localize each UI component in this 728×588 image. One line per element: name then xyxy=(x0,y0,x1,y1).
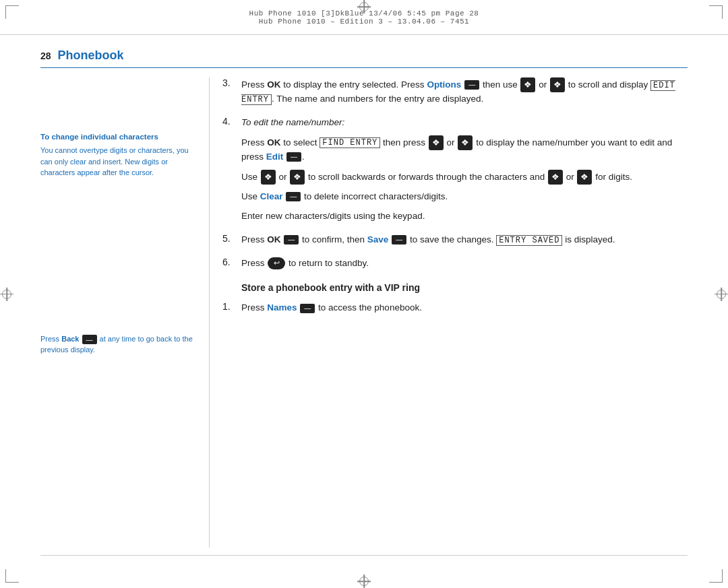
step3-options: Options xyxy=(427,79,461,90)
page-header: 28 Phonebook xyxy=(40,48,124,63)
vip-names: Names xyxy=(267,302,297,313)
sidebar-note-1-body: You cannot overtype digits or characters… xyxy=(40,145,195,178)
nav-up-btn-2 xyxy=(548,170,563,185)
clear-button xyxy=(286,192,301,201)
left-column: To change individual characters You cann… xyxy=(40,77,195,548)
vip-step-1-num: 1. xyxy=(222,301,237,312)
nav-down-btn-2 xyxy=(577,170,592,185)
main-rule xyxy=(40,67,688,68)
step3-ok: OK xyxy=(267,79,280,90)
step-6-content: Press to return to standby. xyxy=(241,257,688,271)
step-3-content: Press OK to display the entry selected. … xyxy=(241,77,688,106)
step-5-num: 5. xyxy=(222,233,237,244)
edit-button xyxy=(286,152,301,162)
step-4-num: 4. xyxy=(222,116,237,127)
main-content: 3. Press OK to display the entry selecte… xyxy=(222,77,688,548)
vert-rule xyxy=(209,77,210,548)
step-5: 5. Press OK to confirm, then Save to sav… xyxy=(222,233,688,247)
step4-italic: To edit the name/number: xyxy=(241,117,344,127)
save-button xyxy=(392,235,406,244)
crosshair-bottom xyxy=(357,575,371,588)
nav-down-btn xyxy=(550,77,565,92)
corner-mark-br xyxy=(709,569,723,583)
home-button xyxy=(268,257,285,269)
vip-step-1: 1. Press Names to access the phonebook. xyxy=(222,301,688,315)
nav-right-btn xyxy=(458,135,473,150)
step4-edit: Edit xyxy=(266,152,284,162)
bottom-rule xyxy=(40,555,688,556)
entry-saved-label: ENTRY SAVED xyxy=(496,235,562,246)
header-line1: Hub Phone 1010 [3]DkBlue 13/4/06 5:45 pm… xyxy=(249,9,479,18)
names-button xyxy=(300,304,315,313)
sidebar-note-1-title: To change individual characters xyxy=(40,131,195,142)
nav-left-btn-2 xyxy=(261,170,276,185)
step-3: 3. Press OK to display the entry selecte… xyxy=(222,77,688,106)
page-title: Phonebook xyxy=(58,48,124,63)
step-4: 4. To edit the name/number: Press OK to … xyxy=(222,116,688,224)
nav-up-btn xyxy=(520,77,535,92)
section-heading: Store a phonebook entry with a VIP ring xyxy=(241,282,688,293)
sidebar-note-2: Press Back at any time to go back to the… xyxy=(40,333,195,356)
step-5-content: Press OK to confirm, then Save to save t… xyxy=(241,233,688,247)
ok-button xyxy=(284,235,299,244)
header-line2: Hub Phone 1010 – Edition 3 – 13.04.06 – … xyxy=(259,18,469,26)
crosshair-left xyxy=(0,288,13,301)
nav-right-btn-2 xyxy=(290,170,305,185)
nav-left-btn xyxy=(429,135,444,150)
vip-step-1-content: Press Names to access the phonebook. xyxy=(241,301,688,315)
corner-mark-bl xyxy=(5,569,19,583)
options-button xyxy=(464,80,479,90)
step-3-num: 3. xyxy=(222,77,237,88)
header-area: Hub Phone 1010 [3]DkBlue 13/4/06 5:45 pm… xyxy=(0,0,728,35)
step-6-num: 6. xyxy=(222,257,237,267)
find-entry-label: FIND ENTRY xyxy=(320,137,380,148)
sidebar-note-2-body: Press Back at any time to go back to the… xyxy=(40,333,195,356)
crosshair-right xyxy=(715,288,728,301)
step4-ok: OK xyxy=(267,137,280,147)
step4-keypad: Enter new characters/digits using the ke… xyxy=(241,209,688,224)
sidebar-note-1: To change individual characters You cann… xyxy=(40,131,195,178)
back-button-icon xyxy=(82,335,97,344)
sidebar-note-2-press: Press xyxy=(40,335,61,343)
step-6: 6. Press to return to standby. xyxy=(222,257,688,271)
step-4-content: To edit the name/number: Press OK to sel… xyxy=(241,116,688,224)
step5-ok: OK xyxy=(267,234,280,244)
sidebar-back-label: Back xyxy=(61,335,79,343)
step5-save: Save xyxy=(367,234,389,244)
page-number: 28 xyxy=(40,51,51,61)
step4-clear: Clear xyxy=(260,191,283,201)
